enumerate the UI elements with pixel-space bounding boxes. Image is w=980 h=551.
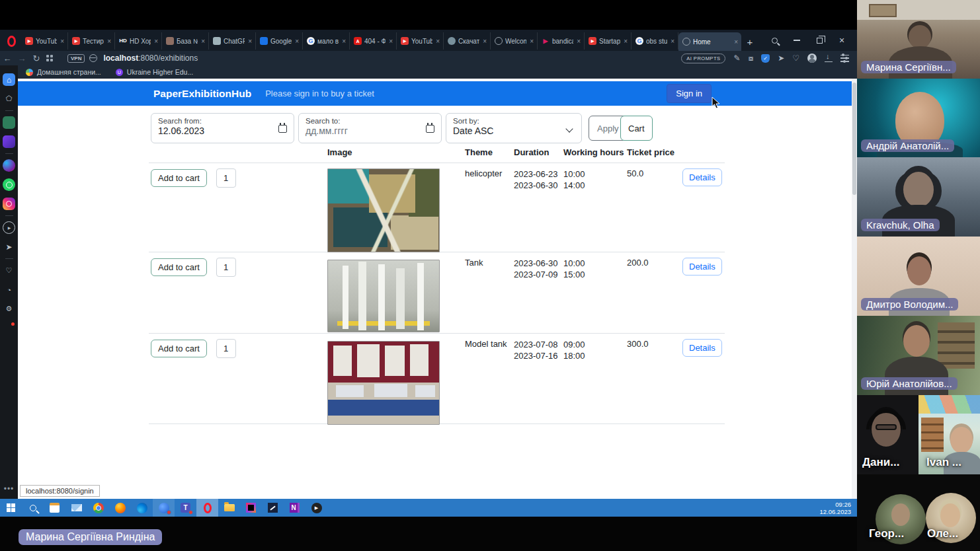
participant-video[interactable]: Дмитро Володим... xyxy=(857,237,980,316)
taskbar-media-player-icon[interactable]: ▶ xyxy=(306,499,327,517)
close-window-button[interactable]: × xyxy=(833,32,850,48)
tab-close-icon[interactable]: × xyxy=(294,38,300,45)
taskbar-meeting-app-icon[interactable] xyxy=(153,499,175,517)
tab-close-icon[interactable]: × xyxy=(153,38,159,45)
participant-video[interactable]: Марина Сергіївн... xyxy=(857,0,980,79)
taskbar-calendar-icon[interactable] xyxy=(44,499,65,517)
app-brand[interactable]: PaperExhibitionHub xyxy=(153,88,251,100)
sidebar-instagram-icon[interactable] xyxy=(3,198,15,210)
sidebar-workspace-green-icon[interactable] xyxy=(3,116,15,129)
sidebar-pinboards-icon[interactable]: ⬠ xyxy=(3,92,15,105)
minimize-button[interactable] xyxy=(788,32,805,48)
ai-prompts-button[interactable]: AI PROMPTS xyxy=(681,54,725,63)
taskbar-edge-icon[interactable] xyxy=(131,499,153,517)
address-bar[interactable]: localhost:8080/exhibitions xyxy=(103,54,198,63)
speed-dial-button[interactable] xyxy=(46,55,53,61)
sidebar-more-options-icon[interactable]: ••• xyxy=(4,484,15,494)
browser-tab[interactable]: ▶Тестиров× xyxy=(68,32,115,50)
restore-button[interactable] xyxy=(811,32,828,48)
search-to-input[interactable]: Search to: дд.мм.гггг xyxy=(298,113,442,143)
downloads-icon[interactable] xyxy=(825,54,833,62)
browser-tab[interactable]: A404 - Фай× xyxy=(350,32,397,50)
sidebar-settings-icon[interactable]: ⚙ xyxy=(3,303,15,315)
participant-video[interactable]: Kravchuk, Olha xyxy=(857,157,980,237)
tab-close-icon[interactable]: × xyxy=(435,38,440,45)
details-button[interactable]: Details xyxy=(682,339,722,357)
taskbar-clock[interactable]: 09:26 12.06.2023 xyxy=(819,501,857,515)
details-button[interactable]: Details xyxy=(682,258,722,276)
forward-button[interactable]: → xyxy=(15,54,29,63)
quantity-input[interactable] xyxy=(216,258,236,277)
tab-close-icon[interactable]: × xyxy=(247,38,253,45)
sidebar-extensions-alert-icon[interactable] xyxy=(3,322,15,334)
edit-icon[interactable]: ✎ xyxy=(733,54,740,62)
bookmark-heart-icon[interactable]: ♡ xyxy=(792,54,799,62)
tab-close-icon[interactable]: × xyxy=(529,38,534,45)
tab-close-icon[interactable]: × xyxy=(60,38,65,45)
tab-close-icon[interactable]: × xyxy=(733,38,739,46)
participant-video-pair[interactable]: Геор... Оле... xyxy=(857,474,980,551)
tab-close-icon[interactable]: × xyxy=(388,38,393,45)
reload-button[interactable]: ↻ xyxy=(29,54,44,63)
tab-close-icon[interactable]: × xyxy=(106,38,112,45)
browser-tab[interactable]: Home× xyxy=(678,32,741,51)
sort-by-select[interactable]: Sort by: Date ASC xyxy=(446,113,582,143)
details-button[interactable]: Details xyxy=(682,168,722,186)
browser-tab[interactable]: ▶YouTube× xyxy=(21,32,68,50)
sidebar-player-icon[interactable] xyxy=(3,221,15,234)
sidebar-history-icon[interactable]: ◔ xyxy=(3,283,15,296)
add-to-cart-button[interactable]: Add to cart xyxy=(151,258,207,276)
taskbar-file-explorer-icon[interactable] xyxy=(218,499,240,517)
taskbar-datagrip-icon[interactable] xyxy=(262,499,284,517)
snapshot-camera-icon[interactable]: ⧇ xyxy=(749,54,754,62)
browser-tab[interactable]: Welcome |× xyxy=(491,32,538,50)
tab-close-icon[interactable]: × xyxy=(670,38,675,45)
participant-video[interactable]: Ivan ... xyxy=(919,395,980,474)
browser-tab[interactable]: Скачать |× xyxy=(444,32,491,50)
adblock-shield-icon[interactable]: ✓ xyxy=(761,54,770,63)
tab-close-icon[interactable]: × xyxy=(341,38,347,45)
quantity-input[interactable] xyxy=(216,339,236,358)
taskbar-intellij-idea-icon[interactable] xyxy=(240,499,262,517)
bookmark-item-home[interactable]: Домашняя страни... xyxy=(26,68,101,76)
bookmark-item-ukraine-edu[interactable]: UUkraine Higher Edu... xyxy=(116,68,193,76)
taskbar-firefox-icon[interactable] xyxy=(109,499,131,517)
tab-close-icon[interactable]: × xyxy=(200,38,206,45)
back-button[interactable]: ← xyxy=(0,54,15,63)
sidebar-messenger-icon[interactable] xyxy=(3,159,15,172)
new-tab-button[interactable]: + xyxy=(741,33,758,50)
page-scrollbar[interactable] xyxy=(852,79,857,499)
browser-tab[interactable]: HDHD Хороший× xyxy=(115,32,162,50)
taskbar-search-icon[interactable] xyxy=(22,499,44,517)
profile-avatar-icon[interactable] xyxy=(807,54,817,63)
sign-in-button[interactable]: Sign in xyxy=(667,84,712,103)
opera-menu-button[interactable] xyxy=(3,32,20,50)
send-to-device-icon[interactable]: ➤ xyxy=(778,54,784,62)
participant-video[interactable]: Дани... xyxy=(857,395,919,474)
sidebar-favorites-icon[interactable]: ♡ xyxy=(3,264,15,277)
tab-close-icon[interactable]: × xyxy=(482,38,487,45)
participant-video[interactable]: Юрій Анатолійов... xyxy=(857,316,980,395)
settings-tune-icon[interactable] xyxy=(840,55,849,62)
taskbar-opera-icon[interactable] xyxy=(196,499,218,517)
browser-tab[interactable]: ▶YouTube× xyxy=(397,32,444,50)
sidebar-whatsapp-icon[interactable] xyxy=(3,178,15,191)
add-to-cart-button[interactable]: Add to cart xyxy=(151,169,207,187)
sidebar-home-icon[interactable]: ⌂ xyxy=(3,73,15,86)
calendar-icon[interactable] xyxy=(278,125,287,133)
vpn-badge[interactable]: VPN xyxy=(67,54,85,63)
search-from-input[interactable]: Search from: 12.06.2023 xyxy=(151,113,294,143)
calendar-icon[interactable] xyxy=(426,125,434,133)
scrollbar-thumb[interactable] xyxy=(852,83,856,195)
tab-close-icon[interactable]: × xyxy=(623,38,628,45)
taskbar-start-icon[interactable] xyxy=(0,499,22,517)
browser-tab[interactable]: Gobs studio× xyxy=(632,32,678,50)
sidebar-my-flow-icon[interactable]: ➤ xyxy=(3,240,15,253)
browser-tab[interactable]: ▶bandicam× xyxy=(538,32,585,50)
taskbar-teams-icon[interactable]: T xyxy=(175,499,196,517)
browser-tab[interactable]: ▶Startap Sm× xyxy=(585,32,632,50)
taskbar-onenote-icon[interactable]: N xyxy=(284,499,306,517)
tab-search-button[interactable] xyxy=(766,32,783,48)
participant-video[interactable]: Андрій Анатолій... xyxy=(857,79,980,157)
taskbar-mail-icon[interactable] xyxy=(65,499,87,517)
